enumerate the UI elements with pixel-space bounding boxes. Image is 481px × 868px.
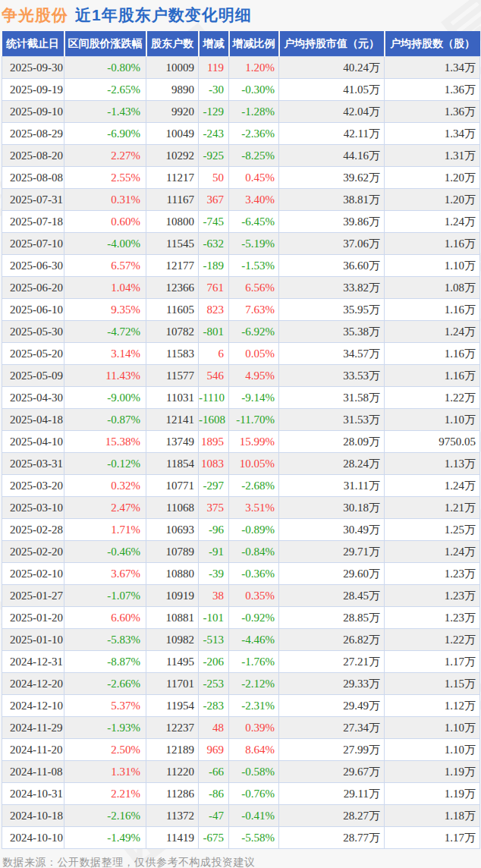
cell-date: 2024-10-10 (2, 827, 64, 849)
cell-price-change: 2.21% (64, 783, 146, 805)
table-row: 2025-01-206.60%10881-101-0.92%28.85万1.23… (2, 607, 480, 629)
cell-avg-market-value: 35.95万 (279, 299, 385, 321)
cell-delta-pct: 0.35% (229, 585, 279, 607)
cell-delta-pct: 3.40% (229, 189, 279, 211)
cell-holders: 10292 (146, 145, 199, 167)
cell-avg-market-value: 40.24万 (279, 57, 385, 79)
cell-delta-pct: -5.58% (229, 827, 279, 849)
cell-holders: 10982 (146, 629, 199, 651)
cell-delta: 50 (199, 167, 229, 189)
cell-price-change: -4.00% (64, 233, 146, 255)
cell-price-change: 2.27% (64, 145, 146, 167)
cell-holders: 10789 (146, 541, 199, 563)
cell-avg-market-value: 29.67万 (279, 761, 385, 783)
cell-avg-market-value: 41.05万 (279, 79, 385, 101)
cell-avg-shares: 1.10万 (385, 409, 480, 431)
cell-holders: 11031 (146, 387, 199, 409)
title-text: 近1年股东户数变化明细 (75, 6, 252, 24)
cell-delta-pct: 7.63% (229, 299, 279, 321)
cell-price-change: -1.07% (64, 585, 146, 607)
cell-price-change: -1.49% (64, 827, 146, 849)
cell-avg-shares: 1.18万 (385, 805, 480, 827)
cell-delta-pct: -1.76% (229, 651, 279, 673)
cell-price-change: -2.65% (64, 79, 146, 101)
cell-holders: 10693 (146, 519, 199, 541)
cell-avg-shares: 1.31万 (385, 145, 480, 167)
cell-delta: -253 (199, 673, 229, 695)
cell-delta: -86 (199, 783, 229, 805)
cell-date: 2024-11-20 (2, 739, 64, 761)
cell-price-change: -5.83% (64, 629, 146, 651)
cell-delta: -801 (199, 321, 229, 343)
cell-avg-market-value: 39.62万 (279, 167, 385, 189)
table-row: 2025-03-102.47%110683753.51%30.18万1.21万 (2, 497, 480, 519)
cell-date: 2025-02-28 (2, 519, 64, 541)
cell-avg-shares: 1.36万 (385, 79, 480, 101)
cell-delta-pct: -0.84% (229, 541, 279, 563)
cell-holders: 12141 (146, 409, 199, 431)
cell-holders: 11220 (146, 761, 199, 783)
cell-date: 2025-08-29 (2, 123, 64, 145)
cell-holders: 10771 (146, 475, 199, 497)
cell-delta-pct: -11.70% (229, 409, 279, 431)
cell-delta-pct: 0.05% (229, 343, 279, 365)
cell-avg-shares: 1.23万 (385, 585, 480, 607)
cell-delta: 367 (199, 189, 229, 211)
cell-delta-pct: -4.46% (229, 629, 279, 651)
cell-price-change: -0.46% (64, 541, 146, 563)
table-row: 2025-07-10-4.00%11545-632-5.19%37.06万1.1… (2, 233, 480, 255)
cell-avg-market-value: 30.18万 (279, 497, 385, 519)
table-row: 2025-05-30-4.72%10782-801-6.92%35.38万1.2… (2, 321, 480, 343)
cell-avg-shares: 1.24万 (385, 475, 480, 497)
cell-avg-shares: 1.16万 (385, 365, 480, 387)
cell-price-change: 3.67% (64, 563, 146, 585)
table-row: 2025-07-310.31%111673673.40%38.81万1.20万 (2, 189, 480, 211)
cell-date: 2025-06-30 (2, 255, 64, 277)
cell-price-change: 15.38% (64, 431, 146, 453)
table-row: 2024-12-31-8.87%11495-206-1.76%27.21万1.1… (2, 651, 480, 673)
cell-avg-shares: 1.22万 (385, 387, 480, 409)
cell-delta: 1895 (199, 431, 229, 453)
cell-holders: 11854 (146, 453, 199, 475)
cell-holders: 10919 (146, 585, 199, 607)
cell-holders: 12177 (146, 255, 199, 277)
cell-delta: -30 (199, 79, 229, 101)
cell-avg-shares: 9750.05 (385, 431, 480, 453)
table-row: 2025-09-10-1.43%9920-129-1.28%42.04万1.36… (2, 101, 480, 123)
cell-date: 2025-05-20 (2, 343, 64, 365)
cell-date: 2025-03-31 (2, 453, 64, 475)
cell-avg-market-value: 33.82万 (279, 277, 385, 299)
cell-holders: 9890 (146, 79, 199, 101)
cell-avg-shares: 1.20万 (385, 189, 480, 211)
page: 争光股份近1年股东户数变化明细 统计截止日 区间股价涨跌幅 股东户数 增减 增减… (0, 0, 481, 868)
cell-delta: 48 (199, 717, 229, 739)
cell-holders: 11954 (146, 695, 199, 717)
cell-price-change: -0.80% (64, 57, 146, 79)
table-row: 2025-09-30-0.80%100091191.20%40.24万1.34万 (2, 57, 480, 79)
cell-avg-market-value: 29.33万 (279, 673, 385, 695)
cell-price-change: 1.04% (64, 277, 146, 299)
page-title: 争光股份近1年股东户数变化明细 (0, 0, 481, 26)
table-row: 2024-11-202.50%121899698.64%27.99万1.10万 (2, 739, 480, 761)
cell-delta: -39 (199, 563, 229, 585)
cell-avg-shares: 1.34万 (385, 123, 480, 145)
cell-price-change: 5.37% (64, 695, 146, 717)
cell-delta: -675 (199, 827, 229, 849)
cell-holders: 12366 (146, 277, 199, 299)
cell-delta-pct: -0.58% (229, 761, 279, 783)
cell-delta-pct: -8.25% (229, 145, 279, 167)
cell-holders: 11217 (146, 167, 199, 189)
cell-avg-shares: 1.10万 (385, 255, 480, 277)
cell-delta-pct: 1.20% (229, 57, 279, 79)
cell-date: 2024-11-29 (2, 717, 64, 739)
table-row: 2025-04-30-9.00%11031-1110-9.14%31.58万1.… (2, 387, 480, 409)
column-header-delta-pct: 增减比例 (229, 31, 279, 57)
cell-avg-shares: 1.23万 (385, 563, 480, 585)
cell-avg-shares: 1.15万 (385, 673, 480, 695)
cell-avg-market-value: 27.21万 (279, 651, 385, 673)
cell-price-change: 6.57% (64, 255, 146, 277)
data-source-note: 数据来源：公开数据整理，仅供参考不构成投资建议 (2, 856, 481, 868)
table-row: 2024-10-10-1.49%11419-675-5.58%28.77万1.1… (2, 827, 480, 849)
cell-avg-market-value: 42.04万 (279, 101, 385, 123)
cell-holders: 10049 (146, 123, 199, 145)
